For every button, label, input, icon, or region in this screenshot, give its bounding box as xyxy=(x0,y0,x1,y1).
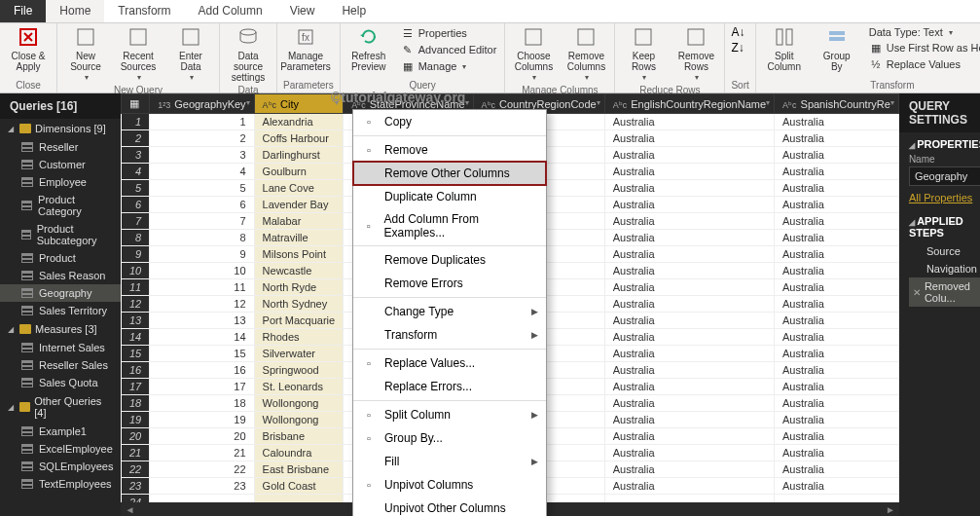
tab-transform[interactable]: Transform xyxy=(104,0,184,22)
row-number[interactable]: 3 xyxy=(122,147,150,164)
advanced-editor-button[interactable]: ✎Advanced Editor xyxy=(399,42,499,57)
query-item[interactable]: Reseller Sales xyxy=(0,356,121,374)
row-number[interactable]: 18 xyxy=(122,395,150,412)
replace-values-button[interactable]: ½Replace Values xyxy=(867,56,980,72)
reducerows-btn-1[interactable]: Remove Rows▾ xyxy=(673,25,718,83)
data-type-button[interactable]: Data Type: Text▾ xyxy=(867,25,980,39)
row-number[interactable]: 7 xyxy=(122,213,150,230)
query-item[interactable]: Sales Quota xyxy=(0,374,121,391)
applied-step[interactable]: Navigation⚙ xyxy=(909,260,980,277)
row-number[interactable]: 17 xyxy=(122,379,150,395)
row-number[interactable]: 13 xyxy=(122,313,150,329)
row-number[interactable]: 8 xyxy=(122,230,150,246)
context-menu-item[interactable]: ▫Split Column▶ xyxy=(353,403,546,426)
manage-parameters-button[interactable]: fx Manage Parameters xyxy=(283,25,328,72)
applied-step[interactable]: ✕Removed Colu... xyxy=(909,277,980,307)
row-number[interactable]: 2 xyxy=(122,130,150,147)
scroll-right-icon[interactable]: ► xyxy=(886,504,895,515)
properties-button[interactable]: ☰Properties xyxy=(399,25,499,41)
column-header[interactable]: AᵇcEnglishCountryRegionName▾ xyxy=(604,94,774,114)
row-number[interactable]: 11 xyxy=(122,279,150,296)
filter-dropdown-icon[interactable]: ▾ xyxy=(597,98,600,107)
file-tab[interactable]: File xyxy=(0,0,46,22)
row-number[interactable]: 5 xyxy=(122,180,150,197)
query-item[interactable]: SQLEmployees xyxy=(0,458,121,475)
context-menu-item[interactable]: ▫Remove xyxy=(353,138,546,162)
query-item[interactable]: Geography xyxy=(0,284,121,302)
query-folder[interactable]: ◢Dimensions [9] xyxy=(0,119,121,138)
query-item[interactable]: ExcelEmployee xyxy=(0,440,121,458)
query-folder[interactable]: ◢Measures [3] xyxy=(0,319,121,339)
sort-desc-button[interactable]: Z↓ xyxy=(731,41,744,55)
managecols-btn-1[interactable]: Remove Columns▾ xyxy=(563,25,608,83)
query-name-input[interactable] xyxy=(909,166,980,186)
tab-help[interactable]: Help xyxy=(328,0,380,22)
newquery-btn-0[interactable]: New Source▾ xyxy=(63,25,108,83)
query-folder[interactable]: ◢Other Queries [4] xyxy=(0,391,121,423)
refresh-preview-button[interactable]: Refresh Preview xyxy=(346,25,391,72)
query-item[interactable]: Employee xyxy=(0,173,121,191)
context-menu-item[interactable]: ▫Unpivot Columns xyxy=(353,473,546,497)
context-menu-item[interactable]: ▫Copy xyxy=(353,110,546,133)
query-item[interactable]: Customer xyxy=(0,156,121,173)
filter-dropdown-icon[interactable]: ▾ xyxy=(766,98,770,107)
row-number[interactable]: 21 xyxy=(122,445,150,461)
context-menu-item[interactable]: Remove Other Columns xyxy=(353,162,546,185)
context-menu-item[interactable]: ▫Add Column From Examples... xyxy=(353,208,546,243)
row-number[interactable]: 9 xyxy=(122,246,150,263)
query-item[interactable]: Sales Territory xyxy=(0,302,121,319)
column-header[interactable]: 1²3GeographyKey▾ xyxy=(150,94,254,114)
row-number[interactable]: 24 xyxy=(122,495,150,503)
query-item[interactable]: Product xyxy=(0,249,121,267)
query-item[interactable]: Example1 xyxy=(0,423,121,440)
context-menu-item[interactable]: Transform▶ xyxy=(353,323,546,347)
query-item[interactable]: Internet Sales xyxy=(0,339,121,356)
query-item[interactable]: Reseller xyxy=(0,138,121,156)
row-number[interactable]: 20 xyxy=(122,428,150,445)
row-number[interactable]: 22 xyxy=(122,461,150,478)
row-number[interactable]: 16 xyxy=(122,362,150,379)
tab-home[interactable]: Home xyxy=(46,0,104,22)
reducerows-btn-0[interactable]: Keep Rows▾ xyxy=(621,25,666,83)
applied-step[interactable]: Source⚙ xyxy=(909,242,980,260)
newquery-btn-2[interactable]: Enter Data▾ xyxy=(168,25,213,83)
context-menu-item[interactable]: Duplicate Column xyxy=(353,185,546,208)
newquery-btn-1[interactable]: Recent Sources▾ xyxy=(116,25,161,83)
row-number[interactable]: 23 xyxy=(122,478,150,495)
close-apply-button[interactable]: Close & Apply xyxy=(6,25,51,72)
column-header[interactable]: AᵇcSpanishCountryRe▾ xyxy=(775,94,899,114)
query-item[interactable]: Sales Reason xyxy=(0,267,121,284)
managecols-btn-0[interactable]: Choose Columns▾ xyxy=(511,25,556,83)
row-number[interactable]: 1 xyxy=(122,114,150,130)
column-header[interactable]: AᵇcCity▾ xyxy=(254,94,344,114)
filter-dropdown-icon[interactable]: ▾ xyxy=(465,98,469,107)
query-item[interactable]: Product Category xyxy=(0,191,121,220)
split-column-button[interactable]: Split Column xyxy=(762,25,807,72)
first-row-headers-button[interactable]: ▦Use First Row as Headers▾ xyxy=(867,40,980,55)
context-menu-item[interactable]: Remove Errors xyxy=(353,272,546,295)
all-properties-link[interactable]: All Properties xyxy=(909,192,972,203)
row-number[interactable]: 12 xyxy=(122,296,150,313)
row-number[interactable]: 14 xyxy=(122,329,150,346)
filter-dropdown-icon[interactable]: ▾ xyxy=(890,98,894,107)
delete-step-icon[interactable]: ✕ xyxy=(913,287,921,298)
tab-view[interactable]: View xyxy=(276,0,329,22)
filter-dropdown-icon[interactable]: ▾ xyxy=(335,98,339,107)
query-item[interactable]: TextEmployees xyxy=(0,475,121,493)
row-number[interactable]: 10 xyxy=(122,263,150,279)
row-number[interactable]: 4 xyxy=(122,164,150,180)
context-menu-item[interactable]: Change Type▶ xyxy=(353,300,546,323)
context-menu-item[interactable]: ▫Group By... xyxy=(353,426,546,450)
filter-dropdown-icon[interactable]: ▾ xyxy=(246,98,250,107)
row-number[interactable]: 6 xyxy=(122,197,150,213)
row-number[interactable]: 19 xyxy=(122,412,150,428)
tab-add-column[interactable]: Add Column xyxy=(185,0,276,22)
corner-cell[interactable]: ▦ xyxy=(122,94,150,114)
sort-asc-button[interactable]: A↓ xyxy=(731,25,744,39)
context-menu-item[interactable]: Remove Duplicates xyxy=(353,248,546,272)
scroll-left-icon[interactable]: ◄ xyxy=(125,504,134,515)
context-menu-item[interactable]: Fill▶ xyxy=(353,450,546,473)
data-source-settings-button[interactable]: Data source settings xyxy=(226,25,271,83)
context-menu-item[interactable]: ▫Replace Values... xyxy=(353,351,546,375)
context-menu-item[interactable]: Unpivot Other Columns xyxy=(353,497,546,516)
